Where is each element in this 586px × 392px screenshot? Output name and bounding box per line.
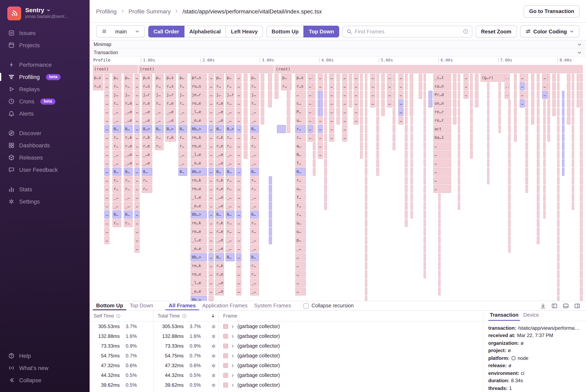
flame-frame[interactable]: …: [236, 219, 242, 227]
flame-frame[interactable]: [487, 108, 489, 116]
flame-frame[interactable]: [470, 134, 473, 142]
flame-frame[interactable]: [428, 99, 432, 108]
flame-frame[interactable]: …: [209, 116, 214, 124]
flame-frame[interactable]: _…: [250, 150, 259, 159]
flame-frame[interactable]: 0…: [250, 253, 259, 261]
flame-frame[interactable]: [423, 168, 426, 176]
flame-frame[interactable]: [313, 150, 316, 159]
flame-frame[interactable]: …: [104, 193, 110, 202]
flame-frame[interactable]: [567, 108, 570, 116]
flame-frame[interactable]: [572, 193, 574, 202]
flame-frame[interactable]: [557, 288, 559, 296]
flame-frame[interactable]: [365, 253, 367, 261]
flame-frame[interactable]: …: [209, 210, 214, 218]
flame-frame[interactable]: j…r: [226, 91, 235, 99]
flame-frame[interactable]: u…: [295, 219, 306, 227]
flame-frame[interactable]: [438, 193, 441, 202]
flame-frame[interactable]: [580, 142, 583, 150]
expand-chevron-icon[interactable]: [231, 373, 235, 378]
flame-frame[interactable]: [514, 74, 517, 82]
flame-frame[interactable]: r…s: [165, 82, 176, 90]
flame-frame[interactable]: [268, 99, 272, 108]
flame-frame[interactable]: …: [398, 116, 404, 124]
flame-frame[interactable]: [438, 262, 441, 270]
org-switcher[interactable]: Sentry jonas.badalic@sent…: [0, 5, 90, 27]
flame-frame[interactable]: r…: [250, 176, 259, 184]
flame-frame[interactable]: [405, 125, 408, 133]
flame-frame[interactable]: 0b…>: [191, 125, 207, 133]
flame-frame[interactable]: _…: [250, 236, 259, 244]
flame-frame[interactable]: p…s: [142, 74, 152, 82]
flame-frame[interactable]: [324, 150, 327, 159]
flame-frame[interactable]: [470, 142, 473, 150]
flame-frame[interactable]: …: [209, 134, 214, 142]
flame-frame[interactable]: _…e: [215, 245, 224, 253]
flame-frame[interactable]: [376, 82, 379, 90]
flame-frame[interactable]: [580, 236, 583, 244]
expand-chevron-icon[interactable]: [231, 324, 235, 329]
flame-frame[interactable]: [365, 228, 367, 236]
flame-frame[interactable]: [393, 134, 395, 142]
flame-frame[interactable]: [313, 116, 316, 124]
flame-frame[interactable]: [393, 91, 395, 99]
flame-frame[interactable]: (root): [93, 65, 138, 73]
flame-frame[interactable]: [336, 74, 340, 82]
self-time-header[interactable]: Self Time: [90, 310, 153, 322]
flame-frame[interactable]: [580, 288, 583, 296]
flame-frame[interactable]: [470, 74, 473, 82]
flame-frame[interactable]: r…e: [215, 185, 224, 193]
flame-frame[interactable]: …: [329, 108, 334, 116]
flame-frame[interactable]: [547, 134, 550, 142]
flame-frame[interactable]: [365, 288, 367, 296]
flame-frame[interactable]: …: [134, 193, 140, 202]
tab-system-frames[interactable]: System Frames: [251, 301, 294, 310]
flame-frame[interactable]: [508, 228, 511, 236]
flame-frame[interactable]: [580, 193, 583, 202]
flame-frame[interactable]: r…: [295, 125, 306, 133]
flame-frame[interactable]: _…e: [215, 150, 224, 159]
flame-frame[interactable]: (root): [139, 65, 274, 73]
flame-frame[interactable]: [428, 91, 432, 99]
flame-frame[interactable]: …: [134, 74, 140, 82]
flame-frame[interactable]: [313, 74, 316, 82]
sort-call-order[interactable]: Call Order: [148, 26, 185, 37]
flame-frame[interactable]: p…s: [93, 74, 104, 82]
flame-frame[interactable]: _l…e: [191, 150, 207, 159]
sidebar-item-settings[interactable]: Settings: [0, 196, 90, 208]
flame-frame[interactable]: [365, 142, 367, 150]
flame-frame[interactable]: u…: [295, 228, 306, 236]
flame-frame[interactable]: r…: [250, 185, 259, 193]
flame-frame[interactable]: …: [209, 236, 214, 244]
flame-frame[interactable]: [562, 99, 564, 108]
chevron-down-icon[interactable]: [577, 42, 582, 46]
flame-frame[interactable]: [313, 82, 316, 90]
flame-frame[interactable]: [376, 74, 379, 82]
flame-frame[interactable]: [487, 142, 489, 150]
collapse-recursion-checkbox[interactable]: [303, 303, 309, 308]
flame-frame[interactable]: r…: [295, 176, 306, 184]
flame-frame[interactable]: [525, 168, 528, 176]
flame-frame[interactable]: [537, 142, 539, 150]
flame-frame[interactable]: [381, 91, 385, 99]
flame-frame[interactable]: r…: [155, 99, 164, 108]
flame-frame[interactable]: …: [209, 125, 214, 133]
flame-frame[interactable]: [577, 99, 579, 108]
flame-frame[interactable]: [423, 193, 426, 202]
flame-frame[interactable]: [365, 134, 367, 142]
tab-top-down[interactable]: Top Down: [127, 301, 157, 310]
flame-frame[interactable]: [324, 108, 327, 116]
flame-frame[interactable]: [268, 91, 272, 99]
flame-frame[interactable]: r…: [226, 142, 235, 150]
flame-frame[interactable]: [543, 202, 546, 210]
flame-frame[interactable]: 0…: [215, 168, 224, 176]
flame-frame[interactable]: [525, 134, 528, 142]
flame-frame[interactable]: [458, 91, 460, 99]
flame-frame[interactable]: [423, 245, 426, 253]
flame-frame[interactable]: …: [236, 245, 242, 253]
flame-frame[interactable]: [324, 99, 327, 108]
flame-frame[interactable]: [470, 82, 473, 90]
flame-frame[interactable]: [261, 108, 264, 116]
flame-frame[interactable]: …: [236, 270, 242, 278]
flame-frame[interactable]: [543, 125, 546, 133]
flame-frame[interactable]: [244, 91, 248, 99]
